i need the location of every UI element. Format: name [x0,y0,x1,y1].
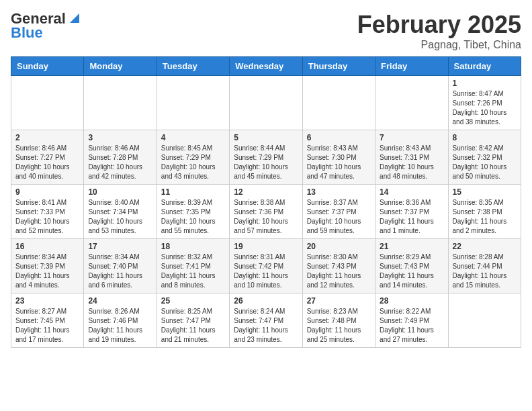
calendar-cell: 25Sunrise: 8:25 AM Sunset: 7:47 PM Dayli… [157,293,229,348]
calendar-week-row: 16Sunrise: 8:34 AM Sunset: 7:39 PM Dayli… [11,239,521,293]
day-number: 2 [15,133,79,142]
day-number: 23 [15,296,79,306]
logo: General Blue [11,11,82,42]
calendar-cell [375,76,448,130]
day-number: 24 [88,296,152,306]
calendar-cell: 2Sunrise: 8:46 AM Sunset: 7:27 PM Daylig… [11,130,84,185]
day-number: 26 [234,296,298,306]
calendar-cell: 16Sunrise: 8:34 AM Sunset: 7:39 PM Dayli… [11,239,84,293]
day-info: Sunrise: 8:32 AM Sunset: 7:41 PM Dayligh… [161,253,225,290]
day-info: Sunrise: 8:39 AM Sunset: 7:35 PM Dayligh… [161,198,225,236]
calendar-cell [230,76,302,130]
day-number: 5 [234,133,298,142]
calendar-cell: 1Sunrise: 8:47 AM Sunset: 7:26 PM Daylig… [448,76,521,130]
day-info: Sunrise: 8:30 AM Sunset: 7:43 PM Dayligh… [307,253,371,290]
day-info: Sunrise: 8:27 AM Sunset: 7:45 PM Dayligh… [15,307,79,345]
weekday-header-friday: Friday [375,57,448,76]
calendar-cell: 15Sunrise: 8:35 AM Sunset: 7:38 PM Dayli… [448,185,521,239]
day-info: Sunrise: 8:43 AM Sunset: 7:30 PM Dayligh… [307,144,371,181]
day-number: 19 [234,242,298,251]
calendar-cell: 26Sunrise: 8:24 AM Sunset: 7:47 PM Dayli… [230,293,302,348]
day-info: Sunrise: 8:35 AM Sunset: 7:38 PM Dayligh… [453,198,517,236]
calendar-cell: 24Sunrise: 8:26 AM Sunset: 7:46 PM Dayli… [84,293,157,348]
day-number: 12 [234,187,298,197]
calendar-cell: 11Sunrise: 8:39 AM Sunset: 7:35 PM Dayli… [157,185,229,239]
day-info: Sunrise: 8:42 AM Sunset: 7:32 PM Dayligh… [453,144,517,181]
calendar-cell [302,76,375,130]
day-number: 28 [380,296,443,306]
calendar-cell: 4Sunrise: 8:45 AM Sunset: 7:29 PM Daylig… [157,130,229,185]
calendar-cell: 17Sunrise: 8:34 AM Sunset: 7:40 PM Dayli… [84,239,157,293]
day-info: Sunrise: 8:46 AM Sunset: 7:27 PM Dayligh… [15,144,79,181]
calendar-cell: 8Sunrise: 8:42 AM Sunset: 7:32 PM Daylig… [448,130,521,185]
day-number: 21 [380,242,443,251]
calendar-week-row: 1Sunrise: 8:47 AM Sunset: 7:26 PM Daylig… [11,76,521,130]
day-info: Sunrise: 8:31 AM Sunset: 7:42 PM Dayligh… [234,253,298,290]
calendar-cell: 5Sunrise: 8:44 AM Sunset: 7:29 PM Daylig… [230,130,302,185]
calendar-title: February 2025 [357,11,521,39]
day-number: 11 [161,187,225,197]
day-info: Sunrise: 8:41 AM Sunset: 7:33 PM Dayligh… [15,198,79,236]
day-number: 9 [15,187,79,197]
day-number: 16 [15,242,79,251]
day-info: Sunrise: 8:36 AM Sunset: 7:37 PM Dayligh… [380,198,443,236]
calendar-cell: 22Sunrise: 8:28 AM Sunset: 7:44 PM Dayli… [448,239,521,293]
calendar-table: SundayMondayTuesdayWednesdayThursdayFrid… [11,56,521,348]
day-number: 13 [307,187,371,197]
weekday-header-tuesday: Tuesday [157,57,229,76]
day-info: Sunrise: 8:45 AM Sunset: 7:29 PM Dayligh… [161,144,225,181]
day-info: Sunrise: 8:25 AM Sunset: 7:47 PM Dayligh… [161,307,225,345]
day-number: 3 [88,133,152,142]
calendar-cell: 23Sunrise: 8:27 AM Sunset: 7:45 PM Dayli… [11,293,84,348]
day-info: Sunrise: 8:34 AM Sunset: 7:40 PM Dayligh… [88,253,152,290]
day-info: Sunrise: 8:47 AM Sunset: 7:26 PM Dayligh… [453,89,517,127]
day-info: Sunrise: 8:43 AM Sunset: 7:31 PM Dayligh… [380,144,443,181]
day-number: 27 [307,296,371,306]
calendar-cell [448,293,521,348]
calendar-week-row: 23Sunrise: 8:27 AM Sunset: 7:45 PM Dayli… [11,293,521,348]
calendar-cell: 7Sunrise: 8:43 AM Sunset: 7:31 PM Daylig… [375,130,448,185]
calendar-week-row: 9Sunrise: 8:41 AM Sunset: 7:33 PM Daylig… [11,185,521,239]
day-number: 22 [453,242,517,251]
day-info: Sunrise: 8:23 AM Sunset: 7:48 PM Dayligh… [307,307,371,345]
day-number: 7 [380,133,443,142]
day-number: 25 [161,296,225,306]
calendar-cell: 18Sunrise: 8:32 AM Sunset: 7:41 PM Dayli… [157,239,229,293]
day-number: 15 [453,187,517,197]
weekday-header-saturday: Saturday [448,57,521,76]
day-number: 4 [161,133,225,142]
weekday-header-sunday: Sunday [11,57,84,76]
svg-marker-0 [70,13,79,23]
day-number: 1 [453,79,517,88]
calendar-cell: 6Sunrise: 8:43 AM Sunset: 7:30 PM Daylig… [302,130,375,185]
day-number: 17 [88,242,152,251]
day-number: 6 [307,133,371,142]
day-info: Sunrise: 8:24 AM Sunset: 7:47 PM Dayligh… [234,307,298,345]
calendar-cell: 13Sunrise: 8:37 AM Sunset: 7:37 PM Dayli… [302,185,375,239]
calendar-cell [84,76,157,130]
calendar-cell: 21Sunrise: 8:29 AM Sunset: 7:43 PM Dayli… [375,239,448,293]
day-info: Sunrise: 8:40 AM Sunset: 7:34 PM Dayligh… [88,198,152,236]
calendar-cell [11,76,84,130]
logo-blue: Blue [11,24,43,42]
calendar-week-row: 2Sunrise: 8:46 AM Sunset: 7:27 PM Daylig… [11,130,521,185]
calendar-cell: 28Sunrise: 8:22 AM Sunset: 7:49 PM Dayli… [375,293,448,348]
day-number: 18 [161,242,225,251]
day-info: Sunrise: 8:29 AM Sunset: 7:43 PM Dayligh… [380,253,443,290]
day-number: 20 [307,242,371,251]
title-block: February 2025 Pagnag, Tibet, China [357,11,521,51]
day-info: Sunrise: 8:34 AM Sunset: 7:39 PM Dayligh… [15,253,79,290]
weekday-header-wednesday: Wednesday [230,57,302,76]
calendar-cell: 19Sunrise: 8:31 AM Sunset: 7:42 PM Dayli… [230,239,302,293]
day-info: Sunrise: 8:37 AM Sunset: 7:37 PM Dayligh… [307,198,371,236]
day-info: Sunrise: 8:26 AM Sunset: 7:46 PM Dayligh… [88,307,152,345]
weekday-header-thursday: Thursday [302,57,375,76]
calendar-cell: 20Sunrise: 8:30 AM Sunset: 7:43 PM Dayli… [302,239,375,293]
calendar-cell: 10Sunrise: 8:40 AM Sunset: 7:34 PM Dayli… [84,185,157,239]
day-number: 10 [88,187,152,197]
weekday-header-row: SundayMondayTuesdayWednesdayThursdayFrid… [11,57,521,76]
calendar-subtitle: Pagnag, Tibet, China [357,39,521,51]
day-info: Sunrise: 8:38 AM Sunset: 7:36 PM Dayligh… [234,198,298,236]
calendar-cell [157,76,229,130]
day-info: Sunrise: 8:22 AM Sunset: 7:49 PM Dayligh… [380,307,443,345]
